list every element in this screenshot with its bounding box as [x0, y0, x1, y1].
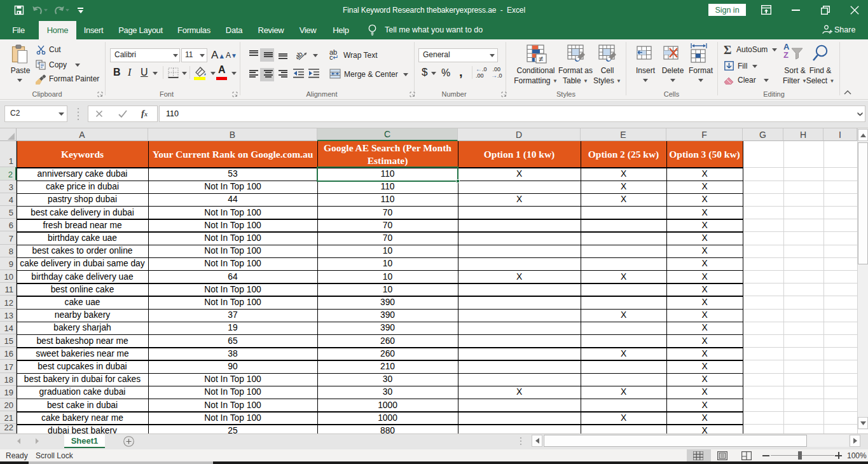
svg-text:≠: ≠ [539, 54, 543, 64]
